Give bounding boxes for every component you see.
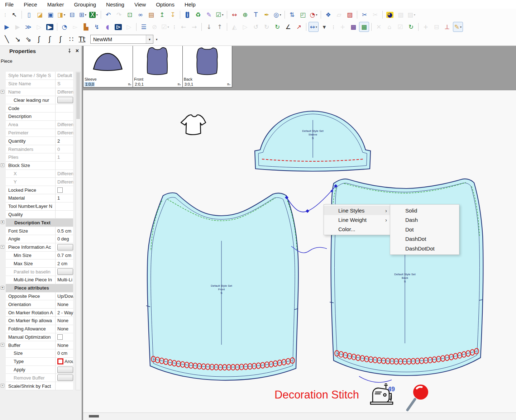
property-row-on-marker-rotation-a[interactable]: On Marker Rotation A2 - Way: [6, 309, 73, 317]
piece-thumbnail-sleeve[interactable]: Sleeve1:0,0=-: [83, 46, 133, 87]
property-value[interactable]: [55, 366, 73, 374]
import-style-button[interactable]: ◨▾: [56, 10, 66, 20]
overlap-check-button[interactable]: ⊘: [149, 22, 159, 32]
baseline-pencil-button[interactable]: ⊥: [442, 22, 452, 32]
submenu-solid[interactable]: Solid: [390, 206, 459, 215]
property-value[interactable]: None: [55, 325, 73, 333]
dropdown-caret-icon[interactable]: ▾: [64, 13, 65, 16]
nest-schedule-button[interactable]: ◔: [59, 22, 70, 32]
send-to-top-button[interactable]: ↑: [215, 22, 225, 32]
property-value[interactable]: Different: [55, 170, 73, 178]
save-button[interactable]: ▣: [46, 10, 56, 20]
property-row-manual-optimization[interactable]: Manual Optimization: [6, 333, 73, 342]
property-row-code[interactable]: Code: [6, 104, 73, 113]
property-value[interactable]: Around: [55, 358, 73, 366]
property-row-max-size[interactable]: Max Size2 cm: [6, 259, 73, 268]
nest-step-button[interactable]: ≫: [23, 22, 33, 32]
property-value[interactable]: None: [55, 341, 73, 349]
property-row-buffer[interactable]: +BufferNone: [6, 341, 73, 349]
menu-view[interactable]: View: [129, 1, 151, 8]
property-value[interactable]: Different: [55, 178, 73, 186]
wash-care-button[interactable]: ▨: [396, 10, 406, 20]
property-row-size[interactable]: Size0 cm: [6, 349, 73, 358]
dropdown-caret-icon[interactable]: ▾: [414, 13, 415, 16]
property-value[interactable]: [55, 162, 73, 170]
property-row-scale-shrink-by-fact[interactable]: +Scale/Shrink by Fact: [6, 382, 73, 390]
dropdown-caret-icon[interactable]: ▾: [316, 13, 317, 16]
checkbox[interactable]: [57, 187, 63, 193]
property-value[interactable]: 2 cm: [55, 259, 73, 267]
renumber-pieces-button[interactable]: ⇅: [287, 10, 297, 20]
property-value[interactable]: 0: [55, 145, 73, 153]
piece-tools-button[interactable]: ❖: [323, 10, 333, 20]
property-row-clear-leading-nur[interactable]: Clear leading nur: [6, 96, 73, 104]
marker-tools-active-button[interactable]: ▩: [359, 22, 369, 32]
menu-help[interactable]: Help: [180, 1, 201, 8]
flip-horizontal-button[interactable]: ◭: [229, 22, 239, 32]
style-checklist-button[interactable]: ☑▾: [215, 10, 225, 20]
curve-tool-3-button[interactable]: ʃ: [56, 34, 66, 44]
property-row-locked-piece[interactable]: Locked Piece: [6, 186, 73, 194]
property-value[interactable]: [55, 113, 73, 120]
corner-point-button[interactable]: ◰: [298, 10, 308, 20]
property-value[interactable]: [55, 202, 73, 210]
menu-marker[interactable]: Marker: [42, 1, 69, 8]
home-view-button[interactable]: ⌂: [384, 22, 395, 32]
thumbnail-menu-icon[interactable]: =-: [227, 82, 230, 86]
property-row-type[interactable]: TypeAround: [6, 358, 73, 366]
property-value[interactable]: [55, 211, 73, 219]
announce-nest-button[interactable]: ◖: [102, 22, 113, 32]
add-point-button[interactable]: ⊕: [240, 10, 250, 20]
horizontal-scrollbar-thumb[interactable]: [89, 415, 99, 417]
menu-options[interactable]: Options: [151, 1, 180, 8]
property-row-remove-buffer[interactable]: Remove Buffer: [6, 374, 73, 382]
nest-video-button[interactable]: ⊳: [113, 22, 123, 32]
property-value[interactable]: [55, 374, 73, 382]
shape-tool-button[interactable]: ◔▾: [309, 10, 319, 20]
property-value[interactable]: Different: [55, 121, 73, 129]
toolbar-more-icon[interactable]: ▾: [156, 38, 158, 41]
spline-point-2[interactable]: [306, 209, 309, 213]
property-value[interactable]: [55, 268, 73, 276]
delete-nest-button[interactable]: ✕: [374, 22, 384, 32]
submenu-dashdot[interactable]: DashDot: [390, 234, 459, 244]
expander-icon[interactable]: +: [1, 90, 4, 94]
property-row-quantity[interactable]: Quantity2: [6, 137, 73, 145]
expander-icon[interactable]: +: [1, 220, 4, 224]
property-value[interactable]: 1: [55, 153, 73, 161]
quick-nest-button[interactable]: ↯: [92, 22, 102, 32]
hatch-fill-button[interactable]: ▨: [345, 10, 355, 20]
property-value[interactable]: [55, 243, 73, 251]
property-row-size-name[interactable]: Size NameS: [6, 80, 73, 88]
property-button[interactable]: [57, 97, 73, 103]
property-row-piece-information-ac[interactable]: +Piece Information Ac: [6, 243, 73, 252]
property-row-multi-line-piece-in[interactable]: Multi-Line Piece InMulti-Li: [6, 276, 73, 284]
thumbnail-menu-icon[interactable]: =-: [128, 82, 131, 86]
close-icon[interactable]: ×: [76, 48, 79, 54]
cut-piece-button[interactable]: ✂: [359, 10, 369, 20]
properties-scrollbar[interactable]: [76, 72, 81, 390]
property-row-orientation[interactable]: OrientationNone: [6, 300, 73, 309]
property-row-area[interactable]: AreaDifferent: [6, 121, 73, 129]
property-value[interactable]: Different: [55, 129, 73, 137]
cut-history-button[interactable]: ✂: [370, 10, 380, 20]
menu-piece[interactable]: Piece: [19, 1, 42, 8]
expander-icon[interactable]: +: [1, 384, 4, 387]
workspace-combo[interactable]: NewWM ▾: [90, 35, 153, 44]
property-row-remainders[interactable]: Remainders0: [6, 145, 73, 153]
property-row-description[interactable]: Description: [6, 113, 73, 121]
horizontal-scrollbar[interactable]: [83, 412, 516, 420]
property-value[interactable]: [55, 382, 73, 390]
line-tool-button[interactable]: ╲: [2, 34, 12, 44]
dropdown-caret-icon[interactable]: ▾: [316, 25, 317, 29]
line-double-arrow-tool-button[interactable]: ⇘: [23, 34, 33, 44]
zoom-tool-button[interactable]: ◎▾: [272, 10, 282, 20]
wash-care-alt-button[interactable]: ▨▾: [406, 10, 416, 20]
nest-options-list-button[interactable]: ▷: [124, 22, 134, 32]
property-row-on-marker-flip-allowa[interactable]: On Marker flip allowaNone: [6, 317, 73, 325]
dropdown-caret-icon[interactable]: ▾: [85, 13, 86, 16]
send-to-bottom-button[interactable]: ↓: [204, 22, 214, 32]
property-value[interactable]: Different: [55, 88, 73, 96]
context-menu-line-weight[interactable]: Line Weight›: [324, 215, 391, 224]
piece-report-button[interactable]: ▤: [146, 10, 156, 20]
